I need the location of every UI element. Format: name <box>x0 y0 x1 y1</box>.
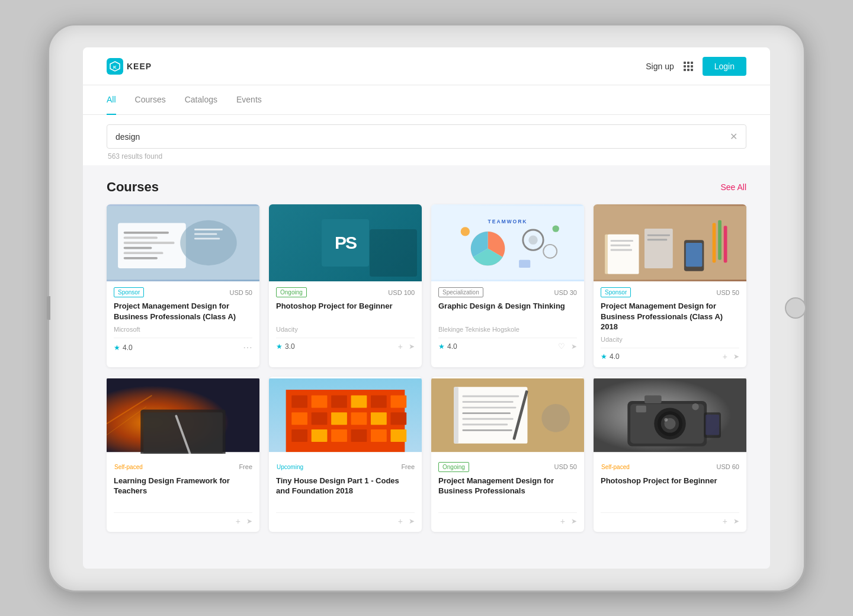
svg-rect-28 <box>611 249 632 251</box>
share-button[interactable]: ➤ <box>571 517 577 525</box>
star-icon: ★ <box>601 352 607 361</box>
svg-rect-7 <box>124 247 152 249</box>
tab-courses[interactable]: Courses <box>135 85 166 115</box>
course-meta: Ongoing USD 100 <box>276 287 415 297</box>
course-price: Free <box>401 463 415 470</box>
course-provider: Udacity <box>601 336 739 343</box>
share-button[interactable]: ➤ <box>409 517 415 525</box>
see-all-link[interactable]: See All <box>720 182 746 192</box>
card-actions: ⋯ <box>243 342 252 353</box>
course-provider: Microsoft <box>114 326 252 333</box>
svg-rect-12 <box>194 233 217 235</box>
course-meta: Sponsor USD 50 <box>601 287 739 297</box>
svg-rect-88 <box>636 405 646 412</box>
svg-rect-73 <box>463 424 508 425</box>
course-info: Ongoing USD 50 Project Management Design… <box>431 456 584 532</box>
course-info: Upcoming Free Tiny House Design Part 1 -… <box>269 456 422 532</box>
courses-row-1: Sponsor USD 50 Project Management Design… <box>107 204 746 367</box>
course-meta: Ongoing USD 50 <box>438 462 577 472</box>
course-rating: ★ 4.0 <box>114 344 133 352</box>
svg-rect-13 <box>194 238 220 239</box>
svg-point-20 <box>461 227 470 236</box>
course-card: Upcoming Free Tiny House Design Part 1 -… <box>269 377 422 532</box>
star-icon: ★ <box>114 344 120 352</box>
search-area: ✕ 563 results found <box>83 115 770 165</box>
course-badge: Ongoing <box>276 287 307 297</box>
course-badge: Specialization <box>438 287 483 297</box>
svg-rect-35 <box>718 220 721 260</box>
add-button[interactable]: + <box>560 516 565 526</box>
course-meta: Sponsor USD 50 <box>114 287 252 297</box>
course-footer: + ➤ <box>276 512 415 526</box>
add-button[interactable]: + <box>236 516 240 526</box>
courses-row-2: Self-paced Free Learning Design Framewor… <box>107 377 746 532</box>
tablet-button-left[interactable] <box>47 296 50 320</box>
svg-rect-30 <box>647 235 670 236</box>
svg-text:K: K <box>113 65 117 70</box>
search-input[interactable] <box>116 132 730 142</box>
svg-rect-9 <box>124 257 158 259</box>
card-actions: + ➤ <box>398 342 415 351</box>
star-icon: ★ <box>438 342 445 351</box>
svg-rect-59 <box>291 429 307 442</box>
course-price: USD 30 <box>554 289 577 296</box>
svg-rect-4 <box>124 232 169 234</box>
grid-icon[interactable] <box>684 62 693 71</box>
tablet-button-right[interactable] <box>785 297 806 319</box>
results-count: 563 results found <box>107 152 746 161</box>
svg-rect-51 <box>371 395 387 408</box>
share-button[interactable]: ➤ <box>733 352 739 361</box>
course-footer: ★ 4.0 ♡ ➤ <box>438 338 577 351</box>
course-price: USD 50 <box>554 463 577 470</box>
course-thumbnail <box>107 204 259 281</box>
share-button[interactable]: ➤ <box>409 342 415 351</box>
course-card: Self-paced USD 60 Photoshop Project for … <box>594 377 746 532</box>
svg-rect-57 <box>371 412 387 425</box>
course-meta: Upcoming Free <box>276 462 415 472</box>
login-button[interactable]: Login <box>703 57 746 76</box>
share-button[interactable]: ➤ <box>733 517 739 525</box>
svg-rect-47 <box>291 395 307 408</box>
tab-catalogs[interactable]: Catalogs <box>185 85 217 115</box>
svg-rect-64 <box>390 429 406 442</box>
clear-icon[interactable]: ✕ <box>730 131 737 142</box>
course-price: Free <box>239 463 252 470</box>
tablet-frame: K KEEP Sign up Login All Courses Catalog… <box>47 24 806 592</box>
svg-point-87 <box>692 403 698 410</box>
add-button[interactable]: + <box>723 352 727 361</box>
svg-rect-52 <box>390 395 406 408</box>
course-badge: Sponsor <box>114 287 144 297</box>
tablet-screen: K KEEP Sign up Login All Courses Catalog… <box>83 47 770 569</box>
svg-rect-62 <box>351 429 367 442</box>
course-badge: Self-paced <box>114 462 147 472</box>
svg-rect-36 <box>724 226 727 262</box>
favorite-button[interactable]: ♡ <box>558 342 565 351</box>
course-provider <box>601 500 739 508</box>
course-provider <box>114 500 252 508</box>
course-footer: ★ 4.0 ⋯ <box>114 338 252 353</box>
star-icon: ★ <box>276 342 283 351</box>
course-rating: ★ 4.0 <box>438 342 457 351</box>
share-button[interactable]: ➤ <box>571 342 577 351</box>
signup-link[interactable]: Sign up <box>646 62 674 71</box>
more-options-button[interactable]: ⋯ <box>243 342 252 353</box>
add-button[interactable]: + <box>398 342 403 351</box>
svg-rect-27 <box>611 245 630 246</box>
add-button[interactable]: + <box>723 516 727 526</box>
course-title: Graphic Design & Design Thinking <box>438 301 577 322</box>
add-button[interactable]: + <box>398 516 403 526</box>
course-card: PS Ongoing USD 100 Photoshop Project for… <box>269 204 422 367</box>
tab-all[interactable]: All <box>107 85 116 115</box>
tab-events[interactable]: Events <box>236 85 262 115</box>
course-info: Specialization USD 30 Graphic Design & D… <box>431 281 584 357</box>
svg-rect-56 <box>351 412 367 425</box>
rating-value: 4.0 <box>447 342 457 351</box>
course-title: Project Management Design for Business P… <box>438 476 577 497</box>
svg-point-76 <box>541 404 570 432</box>
course-footer: ★ 3.0 + ➤ <box>276 338 415 351</box>
share-button[interactable]: ➤ <box>246 517 252 525</box>
course-price: USD 60 <box>716 463 739 470</box>
svg-rect-31 <box>647 239 667 240</box>
course-footer: + ➤ <box>114 512 252 526</box>
course-provider: Blekinge Tekniske Hogskole <box>438 326 577 333</box>
